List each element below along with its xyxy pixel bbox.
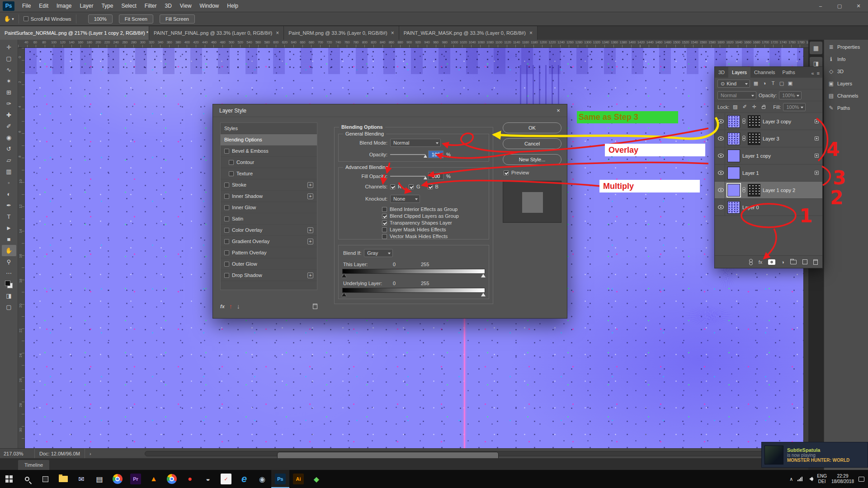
language-indicator[interactable]: ENG DEI: [817, 474, 827, 484]
zoom-level[interactable]: 217.03%: [4, 451, 30, 456]
foreground-background-swatches[interactable]: [2, 279, 16, 290]
style-item[interactable]: Styles: [221, 123, 317, 134]
style-item[interactable]: Satin: [221, 213, 317, 225]
layer-row[interactable]: Layer 3 copy: [715, 113, 822, 130]
group-layers-icon[interactable]: [790, 260, 797, 264]
cancel-button[interactable]: Cancel: [503, 138, 561, 149]
marquee-tool[interactable]: ▢: [2, 53, 16, 64]
layer-mask-thumbnail[interactable]: [748, 184, 760, 197]
search-button[interactable]: [18, 470, 36, 488]
style-item[interactable]: Gradient Overlay +: [221, 236, 317, 247]
dodge-tool[interactable]: ◐: [2, 188, 16, 200]
menu-item[interactable]: File: [18, 0, 35, 12]
style-checkbox[interactable]: [229, 160, 234, 165]
zoom-tool[interactable]: ⚲: [2, 256, 16, 267]
android-app[interactable]: ◆: [307, 470, 326, 488]
style-item[interactable]: Stroke +: [221, 179, 317, 191]
kind-filter-dropdown[interactable]: ⊙ Kind: [717, 80, 750, 88]
adjustment-filter-icon[interactable]: ◑: [761, 80, 768, 86]
layer-visibility-toggle[interactable]: [717, 113, 725, 130]
collapsed-panel-icon-1[interactable]: ▦: [810, 42, 822, 54]
layer-thumbnail[interactable]: [727, 184, 740, 197]
layer-visibility-toggle[interactable]: [717, 199, 725, 216]
minimize-button[interactable]: –: [811, 0, 830, 12]
menu-item[interactable]: Select: [117, 0, 140, 12]
clone-stamp-tool[interactable]: ◉: [2, 132, 16, 143]
panel-3d[interactable]: ◇ 3D: [824, 65, 868, 77]
checkbox[interactable]: [504, 170, 509, 175]
add-instance-icon[interactable]: +: [307, 193, 313, 199]
network-icon[interactable]: [797, 477, 802, 481]
timeline-tab[interactable]: Timeline: [18, 460, 49, 470]
options-button[interactable]: Fit Screen: [119, 14, 153, 23]
type-tool[interactable]: T: [2, 211, 16, 222]
maximize-button[interactable]: ▢: [830, 0, 849, 12]
close-tab-icon[interactable]: ×: [529, 30, 533, 36]
menu-item[interactable]: View: [176, 0, 196, 12]
lasso-tool[interactable]: ∿: [2, 64, 16, 75]
smartobject-filter-icon[interactable]: ▣: [787, 80, 794, 86]
lock-move-icon[interactable]: ✛: [750, 104, 758, 110]
menu-item[interactable]: Window: [196, 0, 223, 12]
advanced-blend-checkbox[interactable]: Vector Mask Hides Effects: [382, 234, 459, 239]
fill-opacity-value[interactable]: 100: [428, 172, 443, 180]
style-checkbox[interactable]: [224, 205, 229, 210]
crop-tool[interactable]: ⊞: [2, 87, 16, 98]
layer-name[interactable]: Layer 1: [742, 170, 812, 176]
more-tools[interactable]: ⋯: [2, 267, 16, 279]
pixel-filter-icon[interactable]: ▦: [752, 80, 760, 86]
document-app[interactable]: ▤: [90, 470, 108, 488]
white-slider-handle[interactable]: [481, 293, 486, 296]
shape-filter-icon[interactable]: ▢: [778, 80, 785, 86]
gimp[interactable]: ◒: [199, 470, 217, 488]
edge[interactable]: e: [235, 470, 253, 488]
status-expand-icon[interactable]: ›: [90, 451, 91, 456]
checkbox[interactable]: [24, 16, 28, 21]
dialog-title[interactable]: Layer Style: [213, 104, 567, 117]
menu-item[interactable]: 3D: [160, 0, 175, 12]
this-layer-gradient-slider[interactable]: [342, 269, 485, 274]
panel-menu-icon[interactable]: ≡: [817, 70, 820, 76]
layer-name[interactable]: Layer 3: [763, 136, 812, 141]
layer-thumbnail[interactable]: [727, 167, 740, 179]
horizontal-scrollbar[interactable]: [145, 451, 806, 456]
style-checkbox[interactable]: [224, 149, 229, 154]
panel-tab[interactable]: Channels: [750, 67, 778, 78]
layer-name[interactable]: Layer 1 copy 2: [763, 188, 820, 193]
white-slider-handle[interactable]: [481, 274, 486, 277]
layer-row[interactable]: Layer 1 copy 2: [715, 182, 822, 199]
history-brush-tool[interactable]: ↺: [2, 143, 16, 155]
move-tool[interactable]: ✛: [2, 42, 16, 53]
layer-visibility-toggle[interactable]: [717, 182, 725, 198]
style-checkbox[interactable]: [224, 262, 229, 267]
current-tool-indicator[interactable]: ✋ ▾: [4, 15, 14, 22]
vlc[interactable]: ▲: [145, 470, 163, 488]
checkbox[interactable]: [382, 234, 387, 239]
style-checkbox[interactable]: [224, 194, 229, 199]
panel-layers[interactable]: ▣ Layers: [824, 77, 868, 89]
panel-info[interactable]: ℹ Info: [824, 53, 868, 65]
panel-paths[interactable]: ✎ Paths: [824, 102, 868, 114]
add-instance-icon[interactable]: +: [307, 272, 313, 278]
menu-item[interactable]: Image: [52, 0, 75, 12]
knockout-dropdown[interactable]: None: [390, 195, 420, 203]
checkbox[interactable]: [382, 227, 387, 232]
style-item[interactable]: Pattern Overlay: [221, 247, 317, 258]
add-instance-icon[interactable]: +: [307, 239, 313, 244]
document-tab[interactable]: PAINT_WEAR_MASK.png @ 33.3% (Layer 0, RG…: [399, 26, 538, 40]
channel-b-checkbox[interactable]: [428, 184, 433, 189]
layer-name[interactable]: Layer 3 copy: [763, 119, 812, 124]
menu-item[interactable]: Filter: [141, 0, 161, 12]
file-explorer[interactable]: [54, 470, 72, 488]
healing-brush-tool[interactable]: ✚: [2, 109, 16, 121]
add-instance-icon[interactable]: +: [307, 182, 313, 188]
action-center-icon[interactable]: [859, 477, 864, 482]
adjustment-layer-icon[interactable]: ◑: [781, 259, 784, 265]
style-item[interactable]: Color Overlay +: [221, 225, 317, 236]
dialog-close-icon[interactable]: ×: [554, 107, 562, 115]
options-button[interactable]: Fill Screen: [160, 14, 195, 23]
hand-tool[interactable]: ✋: [2, 245, 16, 256]
style-item[interactable]: Contour: [221, 157, 317, 168]
eraser-tool[interactable]: ▱: [2, 155, 16, 166]
menu-item[interactable]: Layer: [75, 0, 97, 12]
